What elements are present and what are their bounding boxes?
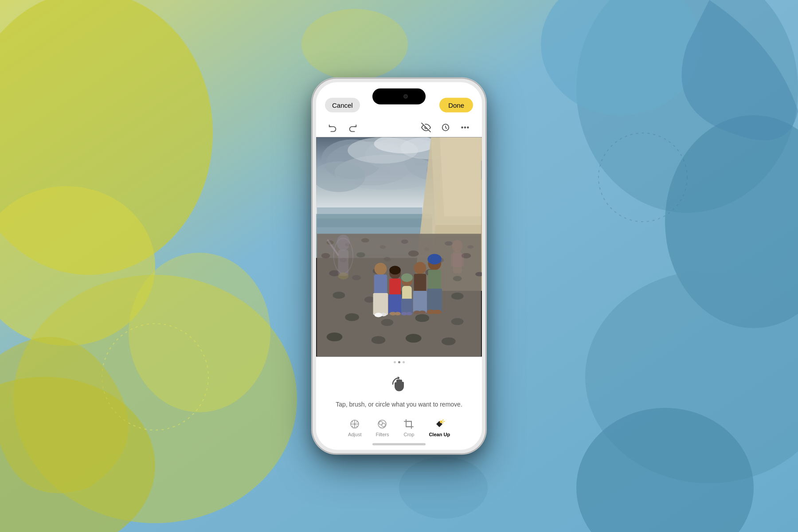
svg-point-68	[415, 314, 430, 322]
photo-scene	[316, 137, 482, 357]
svg-point-88	[389, 266, 401, 275]
svg-point-43	[401, 239, 408, 244]
svg-rect-34	[317, 214, 422, 227]
svg-point-65	[451, 293, 464, 300]
phone-container: Cancel Done	[313, 79, 485, 454]
svg-point-110	[375, 313, 383, 317]
adjust-icon	[349, 419, 360, 430]
draw-button[interactable]	[439, 121, 452, 134]
svg-point-103	[419, 311, 426, 314]
svg-point-42	[379, 245, 386, 249]
phone-screen: Cancel Done	[316, 82, 482, 450]
svg-point-41	[361, 238, 369, 243]
filters-label: Filters	[376, 432, 389, 437]
svg-point-73	[442, 337, 456, 345]
svg-point-74	[336, 235, 350, 250]
done-button[interactable]: Done	[439, 98, 473, 113]
phone-frame: Cancel Done	[313, 79, 485, 454]
svg-point-115	[382, 423, 385, 427]
svg-point-49	[356, 252, 365, 258]
cleanup-label: Clean Up	[429, 432, 450, 437]
svg-point-112	[354, 423, 356, 425]
hide-button[interactable]	[420, 121, 432, 134]
svg-point-82	[375, 263, 387, 275]
toolbar-filters[interactable]: Filters	[376, 419, 389, 437]
crop-icon	[403, 419, 415, 430]
page-dot-3	[403, 361, 405, 364]
toolbar-cleanup[interactable]: Clean Up	[429, 419, 450, 437]
svg-point-66	[345, 313, 359, 321]
svg-rect-116	[406, 422, 411, 427]
gesture-icon	[388, 373, 410, 395]
svg-point-98	[406, 312, 412, 316]
undo-button[interactable]	[327, 121, 339, 134]
svg-marker-37	[440, 137, 481, 216]
svg-point-72	[406, 334, 422, 343]
svg-point-46	[467, 245, 473, 249]
svg-rect-90	[388, 294, 402, 314]
crop-label: Crop	[404, 432, 415, 437]
svg-point-117	[440, 421, 442, 423]
dynamic-island	[372, 89, 426, 105]
gesture-hint-text: Tap, brush, or circle what you want to r…	[336, 401, 462, 408]
svg-point-19	[462, 127, 463, 128]
svg-point-47	[321, 253, 330, 258]
svg-point-61	[333, 292, 345, 299]
svg-point-10	[129, 253, 270, 412]
svg-rect-81	[451, 254, 464, 267]
svg-point-13	[301, 9, 408, 80]
svg-line-118	[442, 420, 443, 421]
svg-point-14	[399, 457, 488, 519]
cancel-button[interactable]: Cancel	[325, 98, 360, 113]
svg-point-70	[327, 332, 343, 341]
gesture-area: Tap, brush, or circle what you want to r…	[316, 366, 482, 413]
svg-point-79	[452, 240, 463, 252]
svg-point-71	[372, 336, 386, 344]
svg-point-78	[338, 272, 348, 279]
tools-right	[420, 121, 471, 134]
filters-icon	[376, 419, 388, 430]
svg-point-55	[352, 275, 361, 280]
svg-point-67	[381, 319, 393, 326]
more-button[interactable]	[459, 121, 471, 134]
page-dot-1	[394, 361, 396, 364]
svg-point-20	[465, 127, 466, 128]
svg-line-18	[446, 128, 447, 129]
page-dot-2	[398, 361, 400, 364]
bottom-panel: Tap, brush, or circle what you want to r…	[316, 357, 482, 450]
svg-point-59	[453, 276, 462, 281]
svg-point-44	[424, 247, 429, 251]
svg-line-120	[442, 422, 443, 423]
toolbar-adjust[interactable]: Adjust	[348, 419, 362, 437]
toolbar-crop[interactable]: Crop	[403, 419, 415, 437]
cleanup-icon	[434, 419, 445, 430]
di-camera	[403, 94, 408, 99]
adjust-label: Adjust	[348, 432, 362, 437]
svg-point-51	[408, 250, 419, 257]
photo-area[interactable]	[316, 137, 482, 357]
svg-point-109	[433, 310, 442, 314]
svg-rect-101	[413, 291, 427, 313]
svg-point-45	[445, 241, 453, 246]
home-indicator	[372, 443, 426, 446]
tools-left	[327, 121, 359, 134]
svg-point-92	[395, 312, 401, 316]
svg-point-99	[414, 262, 426, 274]
svg-point-94	[401, 273, 413, 282]
tool-icons-row	[316, 118, 482, 137]
bottom-toolbar: Adjust Filters	[316, 413, 482, 441]
svg-point-105	[427, 254, 442, 265]
svg-rect-107	[427, 289, 442, 313]
svg-point-21	[467, 127, 469, 128]
svg-rect-96	[401, 299, 413, 314]
svg-point-69	[451, 318, 464, 325]
page-dots	[316, 357, 482, 366]
svg-rect-84	[373, 293, 388, 315]
redo-button[interactable]	[346, 121, 359, 134]
svg-point-50	[383, 257, 391, 262]
